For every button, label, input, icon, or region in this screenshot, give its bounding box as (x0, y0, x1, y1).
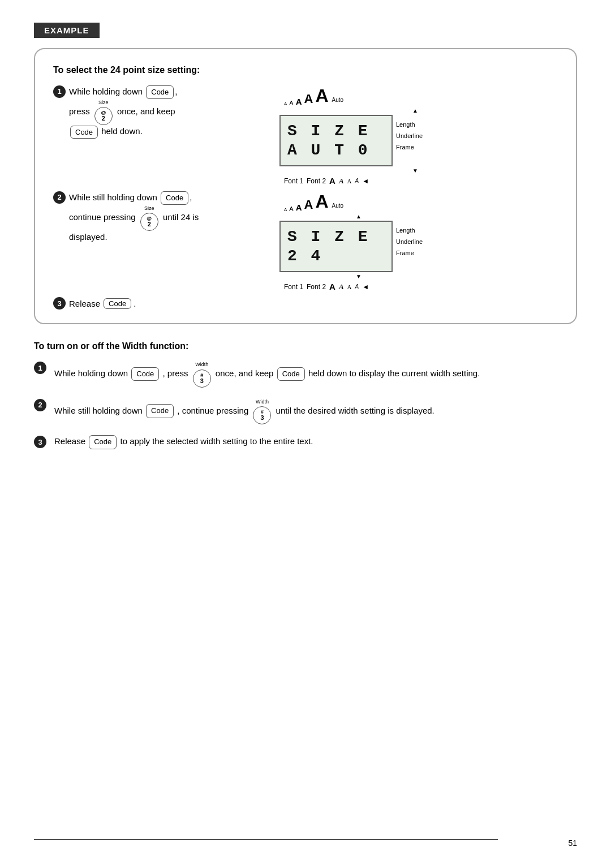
lcd-display-2: S I Z E 2 4 (279, 221, 393, 272)
step3-num: 3 (53, 297, 66, 310)
auto-label-2: Auto (332, 203, 344, 209)
footer-line (34, 839, 498, 840)
width-step3: 3 Release Code to apply the selected wid… (34, 435, 577, 449)
arrow-up-2: ▲ (325, 213, 393, 220)
display1-wrapper: ▲ S I Z E A U T 0 ▼ Length Underline Fra… (279, 108, 423, 174)
width-step1-num-wrap: 1 (34, 362, 50, 374)
example-box: To select the 24 point size setting: 1 W… (34, 48, 577, 324)
width-step3-num-wrap: 3 (34, 436, 50, 448)
display2-wrapper: ▲ S I Z E 2 4 ▼ Length Underline Frame (279, 213, 423, 280)
right-labels-2: Length Underline Frame (396, 213, 423, 259)
step1-left: 1 While holding down Code, press Size @ … (53, 85, 263, 139)
step3-row: 3 Release Code . (53, 297, 558, 310)
width-step2-num-wrap: 2 (34, 399, 50, 411)
width-key-2-wrapper: Width # 3 (252, 398, 272, 424)
width-step2-num: 2 (34, 399, 46, 411)
width-step3-content: Release Code to apply the selected width… (54, 435, 577, 449)
font-row-2: Font 1Font 2 A A A A ◄ (279, 282, 369, 291)
at-key-1: @ 2 (94, 107, 113, 125)
right-labels-1: Length Underline Frame (396, 108, 423, 153)
width-key-1-wrapper: Width # 3 (192, 360, 212, 387)
a-tiny-2: A (284, 207, 287, 212)
a-med-1: A (296, 97, 302, 106)
code-key-1: Code (146, 85, 174, 99)
example-box-title: To select the 24 point size setting: (53, 65, 558, 75)
font-row-1: Font 1Font 2 A A A A ◄ (279, 176, 369, 186)
a-sizes-row-2: A A A A A Auto (279, 191, 343, 212)
at-key-2: @ 2 (140, 213, 158, 231)
width-label-1: Width (195, 360, 208, 368)
size-label-1: Size (98, 99, 109, 107)
auto-label-1: Auto (332, 97, 344, 103)
size-label-2: Size (144, 205, 154, 213)
a-large-1: A (304, 92, 313, 106)
width-step2: 2 While still holding down Code , contin… (34, 398, 577, 424)
arrow-down-2: ▼ (325, 273, 393, 280)
width-label-2: Width (256, 398, 269, 406)
width-section: To turn on or off the Width function: 1 … (34, 341, 577, 449)
a-small-2: A (289, 205, 293, 212)
code-key-step3: Code (104, 298, 131, 309)
hash-key-1: # 3 (193, 369, 211, 388)
lcd-line1-2: S I Z E (287, 227, 381, 247)
width-code-key-1: Code (131, 367, 159, 381)
a-large-2: A (304, 197, 313, 212)
width-step3-num: 3 (34, 436, 46, 448)
arrow-up-1: ▲ (381, 108, 449, 114)
code-key-3: Code (161, 191, 188, 205)
size-key-2-wrapper: Size @ 2 (139, 205, 160, 231)
a-med-2: A (296, 203, 302, 212)
step1-content: While holding down Code, press Size @ 2 … (69, 85, 251, 139)
step2-right: A A A A A Auto ▲ S I Z E 2 4 ▼ Length (279, 191, 558, 291)
step2-num: 2 (53, 191, 66, 204)
page-footer: 51 (568, 839, 577, 848)
step1-num: 1 (53, 85, 66, 98)
width-step2-content: While still holding down Code , continue… (54, 398, 577, 424)
width-step1: 1 While holding down Code , press Width … (34, 360, 577, 387)
a-xlarge-2: A (315, 191, 328, 212)
step1-right: A A A A A Auto ▲ S I Z E A U T 0 ▼ Lengt… (279, 85, 558, 186)
hash-key-2: # 3 (253, 406, 271, 424)
arrow-down-1: ▼ (381, 167, 449, 174)
width-code-key-4: Code (89, 435, 117, 449)
lcd-display-1: S I Z E A U T 0 (279, 115, 393, 166)
width-step1-num: 1 (34, 362, 46, 374)
width-code-key-3: Code (146, 404, 174, 418)
step3-text-before: Release (69, 299, 100, 308)
step3-text-after: . (134, 299, 136, 308)
lcd-line1-1: S I Z E (287, 122, 381, 141)
width-section-title: To turn on or off the Width function: (34, 341, 577, 351)
a-small-1: A (289, 100, 293, 106)
step2-left: 2 While still holding down Code, continu… (53, 191, 263, 244)
a-tiny-1: A (284, 101, 287, 106)
code-key-2: Code (70, 126, 98, 139)
a-xlarge-1: A (315, 85, 328, 106)
width-code-key-2: Code (277, 367, 305, 381)
width-step1-content: While holding down Code , press Width # … (54, 360, 577, 387)
a-sizes-row-1: A A A A A Auto (279, 85, 343, 106)
step2-content: While still holding down Code, continue … (69, 191, 251, 244)
example-badge: EXAMPLE (34, 23, 100, 38)
lcd-line2-2: 2 4 (287, 247, 381, 266)
lcd-line2-1: A U T 0 (287, 141, 381, 160)
page-number: 51 (568, 839, 577, 848)
size-key-1-wrapper: Size @ 2 (93, 99, 114, 126)
